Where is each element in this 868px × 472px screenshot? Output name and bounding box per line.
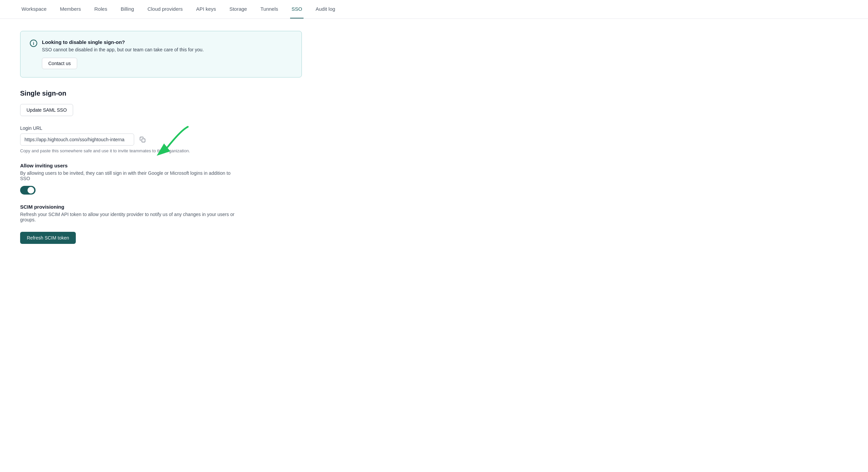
update-saml-sso-button[interactable]: Update SAML SSO <box>20 104 73 116</box>
info-banner: i Looking to disable single sign-on? SSO… <box>20 31 302 78</box>
banner-title: Looking to disable single sign-on? <box>42 39 292 45</box>
nav-item-roles[interactable]: Roles <box>93 0 108 19</box>
refresh-scim-token-button[interactable]: Refresh SCIM token <box>20 232 76 244</box>
nav-item-members[interactable]: Members <box>59 0 83 19</box>
main-content: i Looking to disable single sign-on? SSO… <box>0 19 322 265</box>
nav-bar: Workspace Members Roles Billing Cloud pr… <box>0 0 868 19</box>
copy-icon <box>140 137 146 143</box>
toggle-slider <box>20 186 36 195</box>
nav-item-storage[interactable]: Storage <box>228 0 249 19</box>
nav-item-sso[interactable]: SSO <box>290 0 304 19</box>
nav-item-cloud-providers[interactable]: Cloud providers <box>146 0 184 19</box>
scim-section: SCIM provisioning Refresh your SCIM API … <box>20 204 302 244</box>
login-url-hint: Copy and paste this somewhere safe and u… <box>20 148 302 153</box>
banner-description: SSO cannot be disabled in the app, but o… <box>42 47 292 52</box>
scim-description: Refresh your SCIM API token to allow you… <box>20 212 235 223</box>
login-url-row <box>20 134 302 146</box>
nav-item-workspace[interactable]: Workspace <box>20 0 48 19</box>
banner-body: Looking to disable single sign-on? SSO c… <box>42 39 292 69</box>
allow-inviting-title: Allow inviting users <box>20 163 302 169</box>
contact-us-button[interactable]: Contact us <box>42 58 77 69</box>
scim-title: SCIM provisioning <box>20 204 302 210</box>
copy-url-button[interactable] <box>137 135 148 145</box>
login-url-input[interactable] <box>20 134 134 146</box>
nav-item-audit-log[interactable]: Audit log <box>314 0 336 19</box>
allow-inviting-description: By allowing users to be invited, they ca… <box>20 170 235 181</box>
info-icon: i <box>30 39 37 47</box>
svg-rect-0 <box>142 139 145 142</box>
nav-item-billing[interactable]: Billing <box>119 0 135 19</box>
sso-section-title: Single sign-on <box>20 90 302 97</box>
allow-inviting-section: Allow inviting users By allowing users t… <box>20 163 302 195</box>
nav-item-api-keys[interactable]: API keys <box>195 0 217 19</box>
nav-item-tunnels[interactable]: Tunnels <box>259 0 279 19</box>
allow-inviting-toggle[interactable] <box>20 186 36 195</box>
login-url-label: Login URL <box>20 125 302 131</box>
